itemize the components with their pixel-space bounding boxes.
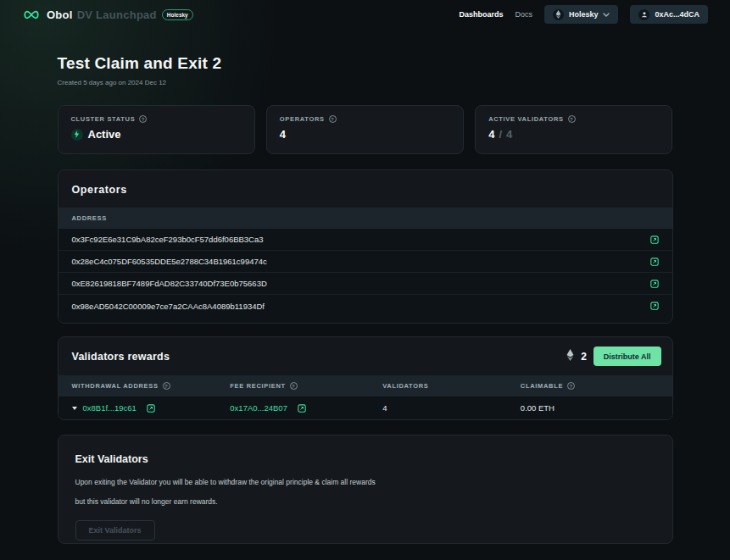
help-icon[interactable] — [290, 382, 298, 390]
withdrawal-address-value: 0x8B1f...19c61 — [83, 403, 137, 413]
external-link-icon[interactable] — [650, 258, 659, 266]
exit-description-line1: Upon exiting the Validator you will be a… — [75, 478, 655, 486]
exit-description-line2: but this validator will no longer earn r… — [75, 497, 655, 506]
validators-rewards-section: Validators rewards 2 Distribute All WITH… — [58, 336, 673, 420]
chevron-down-icon — [603, 10, 610, 19]
account-button[interactable]: 0xAc...4dCA — [630, 5, 708, 24]
top-right-controls: Dashboards Docs Holesky 0xAc...4dCA — [459, 5, 708, 24]
active-status-icon — [71, 129, 83, 141]
active-validators-label: ACTIVE VALIDATORS — [488, 115, 564, 123]
external-link-icon[interactable] — [650, 280, 659, 288]
main-content: Test Claim and Exit 2 Created 5 days ago… — [58, 54, 673, 544]
active-validators-card: ACTIVE VALIDATORS 4 / 4 — [475, 105, 672, 154]
network-selector-label: Holesky — [569, 10, 599, 19]
network-selector-button[interactable]: Holesky — [544, 5, 619, 24]
external-link-icon[interactable] — [147, 404, 155, 413]
help-icon[interactable] — [568, 115, 576, 123]
operator-address: 0x28eC4c075DF60535DDE5e2788C34B1961c9947… — [72, 257, 267, 266]
page-subtitle: Created 5 days ago on 2024 Dec 12 — [58, 79, 673, 86]
active-validators-total: 4 — [506, 128, 512, 141]
network-badge: Holesky — [162, 9, 193, 20]
external-link-icon[interactable] — [650, 302, 659, 310]
operator-address: 0x98eAD5042C00009e7ce7a2CAAc8A4089b11934… — [72, 302, 265, 311]
operator-row: 0x3Fc92E6e31C9bA82ceF293b0cF57dd6f06BB3C… — [59, 229, 672, 251]
fee-recipient-value: 0x17A0...24B07 — [230, 403, 287, 413]
active-validators-value: 4 — [488, 128, 494, 141]
exit-validators-button[interactable]: Exit Validators — [75, 520, 155, 541]
active-validators-separator: / — [499, 128, 502, 141]
operator-address: 0xE82619818BF7489FdAD82C33740Df73E0b7566… — [72, 279, 267, 288]
fee-recipient-column-header: FEE RECIPIENT — [230, 382, 285, 390]
operator-address: 0x3Fc92E6e31C9bA82ceF293b0cF57dd6f06BB3C… — [72, 235, 264, 244]
operators-count-label: OPERATORS — [280, 115, 325, 123]
ethereum-icon — [566, 349, 574, 364]
external-link-icon[interactable] — [298, 404, 306, 413]
rewards-section-title: Validators rewards — [72, 351, 170, 363]
operators-count-value: 4 — [280, 128, 286, 141]
operators-section-title: Operators — [59, 170, 672, 208]
nav-dashboards[interactable]: Dashboards — [459, 10, 503, 19]
expand-caret-icon[interactable] — [72, 407, 77, 410]
operators-section: Operators ADDRESS 0x3Fc92E6e31C9bA82ceF2… — [58, 169, 673, 324]
obol-logo-icon — [22, 9, 41, 20]
cluster-status-label: CLUSTER STATUS — [71, 115, 136, 123]
distribute-all-button[interactable]: Distribute All — [593, 347, 661, 366]
top-navigation-bar: Obol DV Launchpad Holesky Dashboards Doc… — [0, 0, 730, 27]
nav-docs[interactable]: Docs — [515, 10, 532, 19]
validators-column-header: VALIDATORS — [382, 382, 428, 390]
operator-row: 0xE82619818BF7489FdAD82C33740Df73E0b7566… — [59, 273, 672, 295]
page-title: Test Claim and Exit 2 — [58, 54, 673, 73]
rewards-table-header: WITHDRAWAL ADDRESS FEE RECIPIENT VALIDAT… — [59, 375, 672, 396]
help-icon[interactable] — [567, 382, 575, 390]
brand[interactable]: Obol DV Launchpad Holesky — [22, 8, 193, 21]
fee-recipient-link[interactable]: 0x17A0...24B07 — [230, 403, 382, 413]
operator-row: 0x28eC4c075DF60535DDE5e2788C34B1961c9947… — [59, 251, 672, 273]
operators-table-header: ADDRESS — [59, 208, 672, 229]
cluster-status-value: Active — [88, 128, 121, 141]
account-avatar-icon — [638, 9, 649, 20]
withdrawal-address-link[interactable]: 0x8B1f...19c61 — [72, 403, 231, 413]
operators-count-card: OPERATORS 4 — [266, 105, 464, 154]
withdrawal-address-column-header: WITHDRAWAL ADDRESS — [72, 382, 159, 390]
exit-section-title: Exit Validators — [75, 453, 655, 465]
external-link-icon[interactable] — [650, 236, 659, 244]
operators-table-body: 0x3Fc92E6e31C9bA82ceF293b0cF57dd6f06BB3C… — [59, 229, 672, 323]
exit-validators-section: Exit Validators Upon exiting the Validat… — [58, 435, 673, 544]
claimable-amount-value: 0.00 ETH — [521, 403, 659, 413]
help-icon[interactable] — [139, 115, 147, 123]
brand-suffix: DV Launchpad — [77, 8, 157, 21]
rewards-table-row: 0x8B1f...19c61 0x17A0...24B07 4 0.00 ETH — [59, 396, 672, 419]
address-column-header: ADDRESS — [72, 214, 107, 222]
help-icon[interactable] — [329, 115, 337, 123]
ethereum-network-icon — [553, 9, 564, 20]
claimable-column-header: CLAIMABLE — [521, 382, 563, 390]
operator-row: 0x98eAD5042C00009e7ce7a2CAAc8A4089b11934… — [59, 295, 672, 317]
help-icon[interactable] — [163, 382, 170, 390]
cluster-status-card: CLUSTER STATUS Active — [58, 105, 255, 154]
account-address-label: 0xAc...4dCA — [655, 10, 699, 19]
brand-name: Obol — [47, 8, 73, 21]
stats-row: CLUSTER STATUS Active OPERATORS 4 ACTIVE… — [58, 105, 673, 154]
validators-count-value: 4 — [382, 403, 521, 413]
claimable-eth-count: 2 — [581, 351, 587, 363]
